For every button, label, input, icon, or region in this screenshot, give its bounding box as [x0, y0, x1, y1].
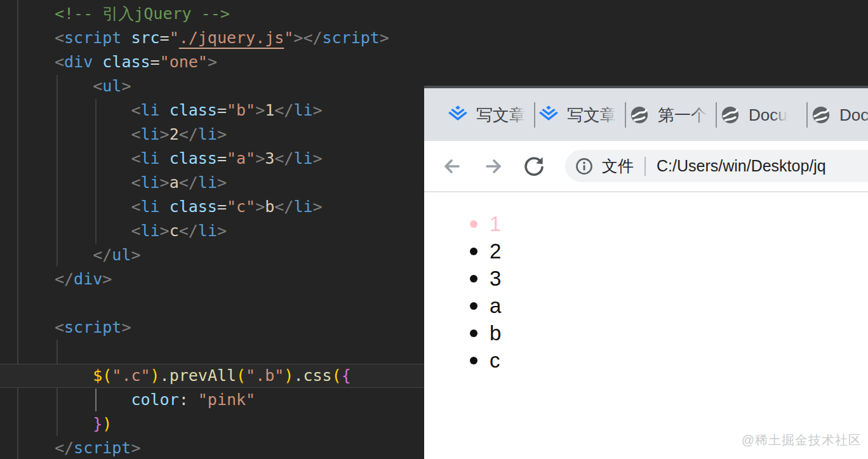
url-scheme-label: 文件: [602, 156, 634, 176]
code-token: }: [93, 415, 102, 433]
code-token: b: [265, 197, 274, 216]
tab-label-fade: [511, 103, 526, 126]
list-bullet: [470, 248, 477, 255]
code-token: >: [217, 222, 227, 240]
code-token: >: [380, 29, 389, 47]
code-token: >: [131, 246, 140, 264]
globe-icon: [630, 105, 649, 124]
forward-button[interactable]: [481, 154, 506, 179]
code-token: [55, 222, 131, 240]
code-token: li: [140, 101, 159, 119]
browser-tab-2[interactable]: 写文章: [535, 99, 626, 131]
juejin-icon: [539, 105, 558, 124]
code-line: <li class="c">b</li>: [55, 195, 323, 219]
forward-arrow-icon: [481, 154, 506, 179]
code-token: >: [217, 173, 227, 192]
code-token: =: [217, 197, 227, 216]
code-token: class: [170, 149, 217, 168]
code-token: >: [160, 125, 170, 143]
code-token: "one": [160, 53, 208, 71]
reload-button[interactable]: [521, 154, 547, 179]
code-token: >: [312, 197, 322, 216]
code-token: =: [217, 101, 227, 119]
list-bullet: [470, 275, 477, 283]
code-token: ./jquery.js: [179, 29, 284, 47]
code-token: [55, 197, 131, 216]
code-line: color: "pink": [55, 388, 255, 412]
globe-icon: [721, 105, 740, 124]
list-bullet: [470, 357, 477, 364]
code-token: >: [131, 439, 140, 457]
code-token: </: [274, 197, 293, 216]
code-token: li: [293, 149, 312, 168]
code-token: <: [131, 125, 140, 143]
code-token: [160, 197, 170, 216]
code-line: <!-- 引入jQuery -->: [55, 2, 230, 26]
code-token: div: [64, 53, 93, 71]
code-token: 2: [170, 125, 179, 143]
browser-tab-5[interactable]: Docu: [808, 99, 868, 131]
browser-tab-3[interactable]: 第一个: [626, 99, 717, 131]
code-token: ): [150, 366, 160, 385]
browser-tab-1[interactable]: 写文章: [444, 99, 535, 131]
code-line: <li>c</li>: [55, 219, 227, 243]
code-token: >: [160, 173, 170, 192]
tab-label-fade: [601, 103, 617, 126]
code-token: "c": [227, 197, 255, 216]
tab-label-wrap: 写文章: [567, 103, 617, 126]
code-line: <ul>: [55, 74, 131, 98]
code-token: ): [102, 415, 112, 433]
code-token: [55, 77, 93, 95]
page-info-icon[interactable]: [575, 157, 594, 176]
code-token: <: [131, 173, 140, 192]
code-token: .: [293, 366, 303, 385]
code-token: class: [170, 101, 217, 119]
address-bar[interactable]: 文件 C:/Users/win/Desktop/jq: [565, 150, 868, 182]
code-token: "b": [227, 101, 255, 119]
code-token: >: [160, 222, 170, 240]
code-token: >: [312, 149, 322, 168]
code-token: </: [93, 246, 112, 264]
code-token: >: [121, 318, 131, 336]
code-token: <: [131, 222, 140, 240]
code-token: div: [74, 270, 102, 288]
code-line: </ul>: [55, 243, 141, 267]
browser-tab-4[interactable]: Docu: [717, 99, 808, 131]
code-token: >: [255, 101, 265, 119]
code-line: }): [55, 412, 112, 436]
list-item-text: b: [490, 321, 501, 345]
code-token: <: [131, 101, 140, 119]
code-token: <!-- 引入jQuery -->: [55, 4, 230, 23]
globe-icon: [811, 105, 831, 124]
code-token: script: [323, 29, 380, 47]
list-item: a: [470, 292, 501, 319]
back-button[interactable]: [439, 154, 465, 179]
code-token: (: [332, 366, 342, 385]
list-item: c: [470, 347, 501, 374]
code-token: li: [140, 197, 159, 216]
back-arrow-icon: [439, 154, 465, 179]
code-token: [160, 149, 170, 168]
code-token: [93, 53, 102, 71]
list-item-text: 3: [490, 267, 501, 291]
code-token: </: [274, 101, 293, 119]
tab-label-wrap: 写文章: [476, 103, 526, 126]
code-token: prevAll: [170, 366, 236, 385]
watermark: @稀土掘金技术社区: [742, 432, 862, 449]
list-item: 3: [470, 265, 501, 292]
code-token: 1: [265, 101, 274, 119]
tab-strip: 写文章写文章第一个DocuDocu: [424, 88, 868, 141]
code-token: >: [255, 149, 265, 168]
list-bullet: [470, 220, 477, 228]
url-text: C:/Users/win/Desktop/jq: [657, 157, 826, 175]
code-token: >: [255, 197, 265, 216]
code-token: >: [217, 125, 227, 143]
tab-label-fade: [863, 103, 868, 126]
code-token: li: [293, 197, 312, 216]
juejin-icon: [448, 105, 467, 124]
code-token: <: [55, 318, 64, 336]
list-item-text: 1: [490, 212, 501, 236]
code-token: </: [179, 222, 198, 240]
code-token: </: [55, 439, 74, 457]
code-token: [55, 366, 93, 385]
